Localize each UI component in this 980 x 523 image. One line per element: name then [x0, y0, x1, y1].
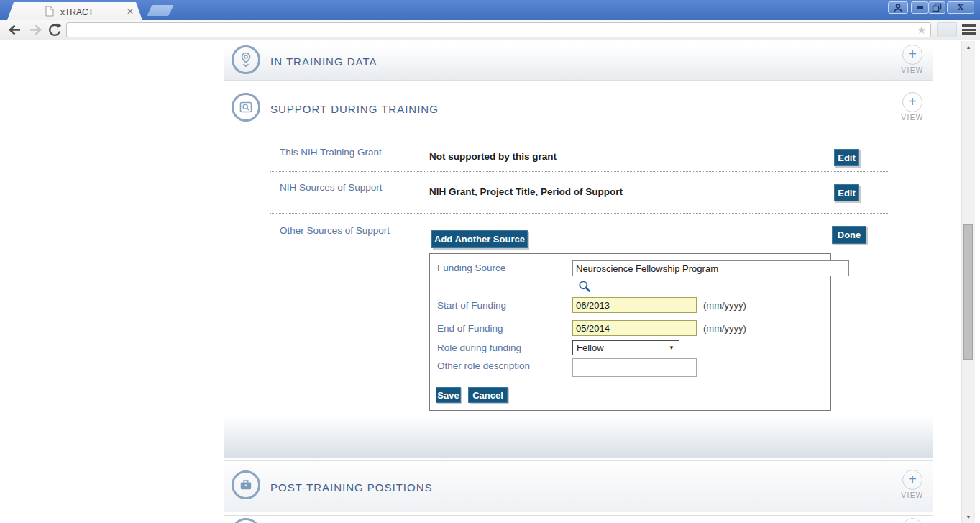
tab-title: xTRACT: [60, 7, 93, 17]
view-label: VIEW: [892, 66, 933, 74]
view-button-in-training[interactable]: + VIEW: [892, 45, 933, 74]
section-in-training-data: IN TRAINING DATA + VIEW: [224, 42, 933, 81]
close-icon: X: [958, 3, 964, 12]
other-source-form: Funding Source Start of Funding (mm/yyyy…: [429, 253, 831, 411]
title-bar: xTRACT ✕ X: [0, 0, 980, 20]
vertical-scrollbar: ▲ ▼: [961, 41, 975, 523]
address-bar[interactable]: [66, 22, 931, 37]
restore-button[interactable]: [928, 1, 945, 14]
scroll-down-icon[interactable]: ▼: [962, 514, 975, 519]
section-next-partial: +: [224, 515, 933, 523]
end-of-funding-label: End of Funding: [437, 323, 503, 334]
browser-tab[interactable]: xTRACT ✕: [7, 2, 142, 20]
cancel-button[interactable]: Cancel: [468, 387, 508, 403]
bookmark-star-icon[interactable]: ★: [917, 24, 926, 37]
minimize-button[interactable]: [911, 1, 928, 14]
selected-role: Fellow: [577, 342, 604, 353]
user-icon: [892, 3, 904, 13]
toolbar-extra-button[interactable]: [937, 22, 957, 37]
search-document-icon: [232, 93, 260, 122]
section-bottom-fade: [224, 416, 933, 458]
other-role-description-input[interactable]: [572, 358, 697, 377]
location-pin-icon: [232, 45, 260, 74]
view-button-post-training[interactable]: + VIEW: [892, 470, 933, 499]
row-label: This NIH Training Grant: [280, 147, 382, 158]
role-during-funding-select[interactable]: Fellow ▼: [572, 340, 679, 355]
plus-icon: +: [902, 470, 922, 490]
date-format-hint: (mm/yyyy): [703, 323, 746, 334]
close-button[interactable]: X: [947, 1, 974, 14]
reload-icon[interactable]: [46, 22, 63, 37]
section-icon-partial: [232, 518, 260, 523]
row-label: NIH Sources of Support: [280, 182, 383, 193]
date-format-hint: (mm/yyyy): [703, 300, 746, 311]
plus-icon: +: [902, 518, 922, 523]
view-label: VIEW: [892, 114, 933, 122]
menu-icon[interactable]: [962, 24, 976, 36]
minimize-icon: [917, 6, 923, 9]
profile-button[interactable]: [888, 1, 908, 14]
funding-source-label: Funding Source: [437, 263, 505, 273]
tab-close-icon[interactable]: ✕: [125, 6, 135, 17]
restore-icon: [932, 3, 942, 12]
scroll-up-icon[interactable]: ▲: [962, 45, 975, 50]
start-of-funding-label: Start of Funding: [437, 300, 506, 311]
funding-source-input[interactable]: [572, 260, 849, 276]
row-value: Not supported by this grant: [429, 151, 557, 162]
section-title: IN TRAINING DATA: [270, 55, 377, 67]
page-icon: [45, 6, 54, 17]
role-during-funding-label: Role during funding: [437, 342, 521, 353]
section-support-during-training: SUPPORT DURING TRAINING + VIEW This NIH …: [224, 83, 933, 458]
row-divider: [270, 213, 889, 214]
browser-toolbar: ★: [0, 20, 980, 40]
chevron-down-icon: ▼: [669, 345, 674, 351]
section-post-training-positions: POST-TRAINING POSITIONS + VIEW: [224, 460, 933, 512]
end-of-funding-input[interactable]: [572, 320, 697, 336]
view-button-partial[interactable]: +: [892, 518, 933, 523]
section-title: POST-TRAINING POSITIONS: [270, 481, 433, 493]
row-label: Other Sources of Support: [280, 225, 390, 236]
view-button-support[interactable]: + VIEW: [892, 92, 933, 122]
plus-icon: +: [902, 92, 922, 112]
section-title: SUPPORT DURING TRAINING: [270, 103, 439, 115]
start-of-funding-input[interactable]: [572, 297, 697, 313]
browser-window: xTRACT ✕ X: [0, 0, 980, 523]
row-value: NIH Grant, Project Title, Period of Supp…: [429, 186, 623, 197]
edit-button-nih-sources[interactable]: Edit: [834, 184, 859, 201]
plus-icon: +: [902, 45, 922, 65]
row-divider: [270, 171, 889, 172]
search-icon[interactable]: [578, 280, 591, 293]
scrollbar-thumb[interactable]: [963, 224, 973, 360]
view-label: VIEW: [892, 491, 933, 499]
save-button[interactable]: Save: [436, 387, 461, 403]
briefcase-icon: [232, 470, 260, 499]
back-icon[interactable]: [6, 22, 23, 37]
new-tab-button[interactable]: [147, 5, 174, 16]
forward-icon[interactable]: [27, 22, 45, 37]
add-another-source-button[interactable]: Add Another Source: [431, 230, 528, 248]
other-role-description-label: Other role description: [437, 360, 530, 371]
done-button[interactable]: Done: [832, 226, 866, 244]
edit-button-training-grant[interactable]: Edit: [834, 149, 859, 166]
